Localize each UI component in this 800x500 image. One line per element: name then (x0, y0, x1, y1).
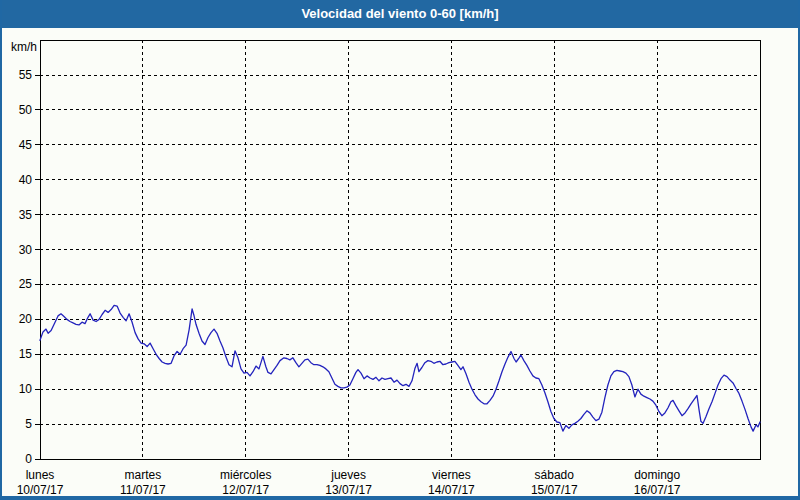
y-tick-label: 20 (19, 312, 33, 326)
y-tick-label: 35 (19, 208, 33, 222)
x-date-label: 15/07/17 (531, 483, 578, 497)
x-date-label: 11/07/17 (120, 483, 166, 497)
y-tick-label: 50 (19, 103, 33, 117)
chart-window: Velocidad del viento 0-60 [km/h] 0510152… (0, 0, 800, 500)
y-tick-label: 0 (25, 452, 32, 466)
x-date-label: 16/07/17 (634, 483, 681, 497)
y-tick-label: 55 (19, 68, 33, 82)
x-day-label: jueves (330, 468, 366, 482)
wind-speed-line (40, 305, 760, 431)
y-tick-label: 15 (19, 347, 33, 361)
y-tick-label: 40 (19, 173, 33, 187)
x-day-label: martes (125, 468, 162, 482)
x-date-label: 13/07/17 (325, 483, 372, 497)
y-tick-label: 45 (19, 138, 33, 152)
x-date-label: 12/07/17 (222, 483, 269, 497)
x-day-label: miércoles (220, 468, 271, 482)
x-date-label: 14/07/17 (428, 483, 475, 497)
wind-speed-chart: 0510152025303540455055lunes10/07/17marte… (0, 0, 800, 500)
y-tick-label: 30 (19, 243, 33, 257)
x-day-label: viernes (432, 468, 471, 482)
y-tick-label: 10 (19, 382, 33, 396)
x-day-label: domingo (634, 468, 680, 482)
y-tick-label: 5 (25, 417, 32, 431)
y-tick-label: 25 (19, 277, 33, 291)
x-day-label: lunes (26, 468, 55, 482)
y-axis-unit-label: km/h (11, 40, 37, 54)
x-day-label: sábado (535, 468, 575, 482)
x-date-label: 10/07/17 (17, 483, 64, 497)
